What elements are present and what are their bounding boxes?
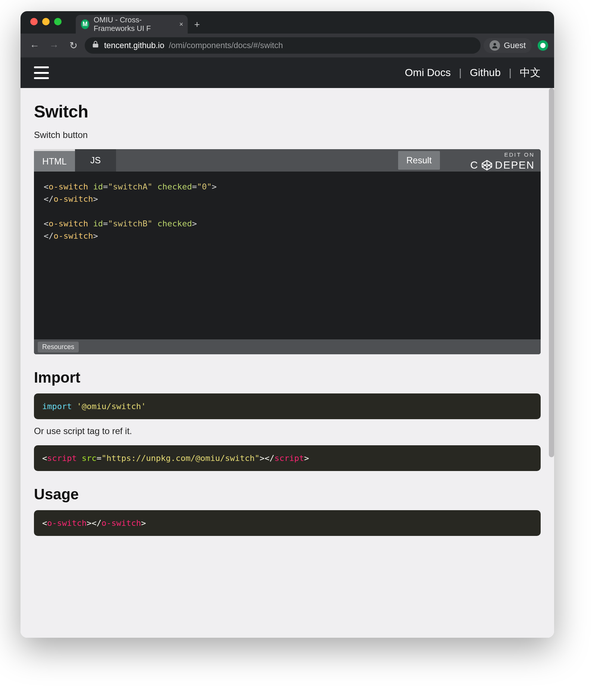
nav-reload-button[interactable]: ↻ xyxy=(65,37,82,54)
scrollbar-thumb[interactable] xyxy=(549,88,554,457)
nav-separator: | xyxy=(459,67,462,79)
address-bar[interactable]: tencent.github.io/omi/components/docs/#/… xyxy=(85,37,481,54)
vertical-scrollbar[interactable] xyxy=(549,88,554,638)
codepen-tab-result[interactable]: Result xyxy=(398,151,440,170)
person-icon xyxy=(490,40,500,51)
codepen-tab-html[interactable]: HTML xyxy=(34,149,75,172)
browser-toolbar: ← → ↻ tencent.github.io/omi/components/d… xyxy=(21,34,554,57)
tab-title: OMIU - Cross-Frameworks UI F xyxy=(94,16,182,33)
browser-window: M OMIU - Cross-Frameworks UI F × + ← → ↻… xyxy=(21,11,554,638)
svg-point-0 xyxy=(494,43,496,45)
nav-back-button[interactable]: ← xyxy=(26,37,43,54)
codepen-code-area[interactable]: <o-switch id="switchA" checked="0"></o-s… xyxy=(34,172,541,339)
codepen-logo-text-left: C xyxy=(470,159,478,171)
code-block-script-tag[interactable]: <script src="https://unpkg.com/@omiu/swi… xyxy=(34,445,541,471)
nav-forward-button: → xyxy=(46,37,62,54)
codepen-logo-text-right: DEPEN xyxy=(495,159,535,171)
lock-icon xyxy=(91,40,100,51)
page-content: Switch Switch button HTML JS Result EDIT… xyxy=(21,88,554,638)
codepen-edit-on-label: EDIT ON xyxy=(470,151,535,158)
browser-tab[interactable]: M OMIU - Cross-Frameworks UI F × xyxy=(76,15,188,34)
nav-link-github[interactable]: Github xyxy=(470,67,501,79)
codepen-brand[interactable]: EDIT ON C DEPEN xyxy=(470,151,535,171)
codepen-resources-button[interactable]: Resources xyxy=(38,342,79,352)
page-title: Switch xyxy=(34,101,547,122)
code-block-import[interactable]: import '@omiu/switch' xyxy=(34,393,541,419)
extension-button[interactable] xyxy=(538,40,548,51)
profile-chip[interactable]: Guest xyxy=(484,38,532,53)
codepen-embed: HTML JS Result EDIT ON C xyxy=(34,149,541,354)
codepen-logo-icon xyxy=(481,159,493,171)
window-minimize-button[interactable] xyxy=(42,18,50,25)
section-title-import: Import xyxy=(34,369,547,386)
url-path: /omi/components/docs/#/switch xyxy=(169,41,283,50)
browser-tabstrip: M OMIU - Cross-Frameworks UI F × + xyxy=(21,11,554,34)
window-zoom-button[interactable] xyxy=(54,18,62,25)
tab-favicon: M xyxy=(81,19,89,29)
nav-link-omi-docs[interactable]: Omi Docs xyxy=(405,67,451,79)
codepen-footer: Resources xyxy=(34,339,541,354)
url-host: tencent.github.io xyxy=(104,41,164,50)
section-title-usage: Usage xyxy=(34,486,547,503)
code-block-usage[interactable]: <o-switch></o-switch> xyxy=(34,510,541,536)
window-close-button[interactable] xyxy=(30,18,38,25)
codepen-tabbar: HTML JS Result EDIT ON C xyxy=(34,149,541,172)
window-controls xyxy=(30,18,62,25)
import-note: Or use script tag to ref it. xyxy=(34,426,547,436)
site-nav: Omi Docs | Github | 中文 xyxy=(405,66,541,80)
nav-separator: | xyxy=(509,67,512,79)
tab-close-icon[interactable]: × xyxy=(179,21,183,28)
site-header: Omi Docs | Github | 中文 xyxy=(21,57,554,88)
new-tab-button[interactable]: + xyxy=(188,15,206,34)
menu-icon[interactable] xyxy=(34,66,49,79)
nav-link-lang[interactable]: 中文 xyxy=(520,66,541,80)
profile-label: Guest xyxy=(504,41,526,50)
page-subtitle: Switch button xyxy=(34,130,547,140)
codepen-tab-js[interactable]: JS xyxy=(75,149,116,172)
